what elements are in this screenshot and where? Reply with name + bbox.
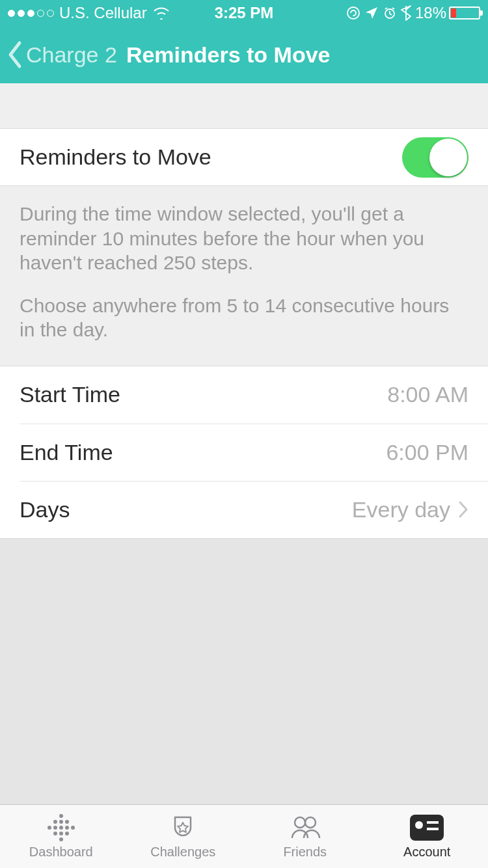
battery-percent: 18% xyxy=(415,4,446,22)
days-label: Days xyxy=(20,497,70,522)
svg-point-3 xyxy=(305,817,316,828)
account-icon xyxy=(410,813,444,842)
friends-icon xyxy=(288,813,322,842)
status-time: 3:25 PM xyxy=(215,4,274,22)
days-row[interactable]: Days Every day xyxy=(20,481,488,538)
svg-point-0 xyxy=(347,7,359,19)
reminders-toggle-row: Reminders to Move xyxy=(0,129,488,186)
description-text: During the time window selected, you'll … xyxy=(0,186,488,366)
page-title: Reminders to Move xyxy=(126,42,331,68)
back-label: Charge 2 xyxy=(26,42,117,68)
svg-point-2 xyxy=(295,817,305,828)
nav-header: Charge 2 Reminders to Move xyxy=(0,26,488,83)
end-time-row[interactable]: End Time 6:00 PM xyxy=(20,424,488,481)
bluetooth-icon xyxy=(401,5,411,21)
tab-account[interactable]: Account xyxy=(366,805,489,868)
tab-account-label: Account xyxy=(403,845,450,860)
battery-icon xyxy=(449,7,480,20)
days-value: Every day xyxy=(352,497,450,522)
tab-challenges-label: Challenges xyxy=(150,845,215,860)
start-time-label: Start Time xyxy=(20,382,120,407)
tab-friends-label: Friends xyxy=(283,845,327,860)
tab-challenges[interactable]: Challenges xyxy=(122,805,245,868)
carrier-label: U.S. Cellular xyxy=(59,4,147,22)
description-p1: During the time window selected, you'll … xyxy=(20,202,468,275)
reminders-toggle-switch[interactable] xyxy=(402,137,468,178)
start-time-row[interactable]: Start Time 8:00 AM xyxy=(0,366,488,424)
tab-dashboard[interactable]: Dashboard xyxy=(0,805,122,868)
alarm-icon xyxy=(383,6,397,20)
back-button[interactable]: Charge 2 xyxy=(7,40,117,69)
chevron-left-icon xyxy=(7,40,23,69)
tab-bar: Dashboard Challenges Friends Account xyxy=(0,804,488,868)
rotation-lock-icon xyxy=(346,6,360,20)
tab-friends[interactable]: Friends xyxy=(244,805,366,868)
status-bar: U.S. Cellular 3:25 PM 18% xyxy=(0,0,488,26)
description-p2: Choose anywhere from 5 to 14 consecutive… xyxy=(20,293,468,342)
end-time-label: End Time xyxy=(20,440,113,465)
signal-strength-icon xyxy=(8,10,54,17)
dashboard-icon xyxy=(44,813,78,842)
challenges-icon xyxy=(166,813,200,842)
chevron-right-icon xyxy=(458,500,468,519)
start-time-value: 8:00 AM xyxy=(387,382,468,407)
reminders-toggle-label: Reminders to Move xyxy=(20,144,211,170)
end-time-value: 6:00 PM xyxy=(386,440,468,465)
location-icon xyxy=(364,6,379,20)
tab-dashboard-label: Dashboard xyxy=(29,845,93,860)
wifi-icon xyxy=(152,7,170,20)
